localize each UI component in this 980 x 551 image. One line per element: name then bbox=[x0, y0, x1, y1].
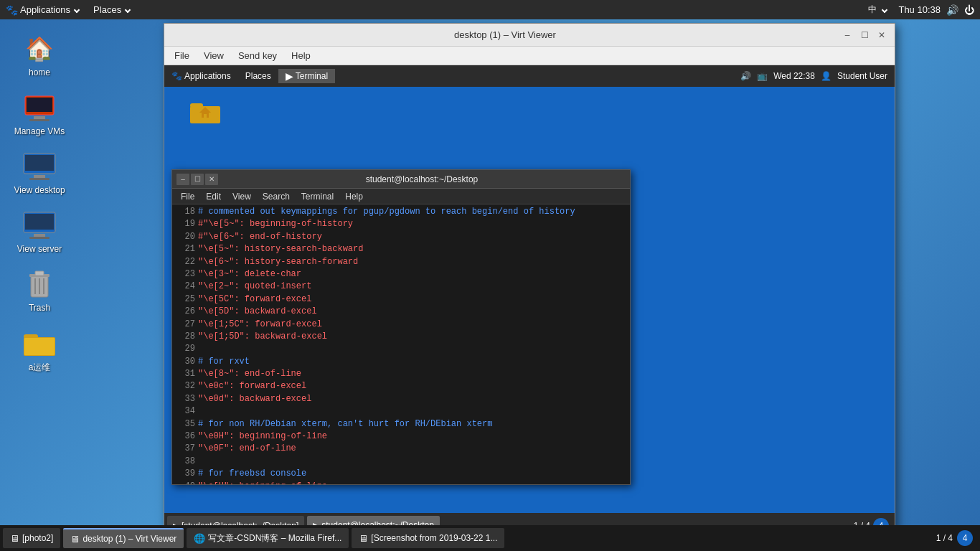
desktop-icons-container: 🏠 home Manage VMs View desktop bbox=[11, 29, 68, 377]
applications-label: Applications bbox=[20, 4, 70, 15]
term-line: 22"\e[6~": history-search-forward bbox=[175, 256, 627, 268]
vm-screen-icon: 📺 bbox=[757, 71, 768, 81]
term-menu-search[interactable]: Search bbox=[257, 191, 296, 202]
top-bar-left: 🐾 Applications Places bbox=[0, 3, 136, 17]
virt-close-button[interactable]: ✕ bbox=[875, 28, 889, 42]
bottom-task-virt-viewer[interactable]: 🖥 desktop (1) – Virt Viewer bbox=[63, 528, 184, 548]
virt-menu-view[interactable]: View bbox=[197, 49, 231, 62]
bottom-task-photo2[interactable]: 🖥 [photo2] bbox=[3, 528, 60, 548]
svg-rect-9 bbox=[25, 214, 54, 230]
virt-minimize-button[interactable]: – bbox=[840, 28, 854, 42]
vm-time: Wed 22:38 bbox=[773, 71, 815, 81]
term-line: 38 bbox=[175, 456, 627, 468]
term-line: 31"\e[8~": end-of-line bbox=[175, 368, 627, 380]
desktop-icon-view-desktop[interactable]: View desktop bbox=[11, 146, 68, 198]
term-menu-view[interactable]: View bbox=[227, 191, 257, 202]
virt-window-controls: – ☐ ✕ bbox=[840, 28, 889, 42]
virt-menu-file[interactable]: File bbox=[167, 49, 197, 62]
ime-chevron-icon bbox=[882, 6, 887, 12]
vm-places-label: Places bbox=[245, 71, 271, 81]
svg-rect-6 bbox=[34, 175, 45, 178]
view-desktop-label: View desktop bbox=[14, 185, 65, 195]
trash-label: Trash bbox=[29, 303, 50, 313]
vm-places-menu[interactable]: Places bbox=[238, 70, 278, 83]
svg-rect-7 bbox=[29, 178, 50, 180]
term-line: 21"\e[5~": history-search-backward bbox=[175, 243, 627, 255]
term-line: 40"\e[H": beginning-of-line bbox=[175, 481, 627, 484]
apps-icon: 🐾 bbox=[6, 4, 18, 16]
term-line: 39# for freebsd console bbox=[175, 468, 627, 480]
term-menu-edit[interactable]: Edit bbox=[200, 191, 227, 202]
virt-menu-help[interactable]: Help bbox=[284, 49, 318, 62]
term-line: 19#"\e[5~": beginning-of-history bbox=[175, 218, 627, 230]
term-line: 18# commented out keymappings for pgup/p… bbox=[175, 206, 627, 218]
vm-applications-label: Applications bbox=[184, 71, 231, 81]
term-line: 27"\e[1;5C": forward-excel bbox=[175, 319, 627, 331]
vm-terminal-tab[interactable]: ▶ Terminal bbox=[278, 69, 335, 83]
term-menu-bar: File Edit View Search Terminal Help bbox=[172, 189, 630, 204]
term-close-button[interactable]: ✕ bbox=[205, 174, 218, 185]
photo2-icon: 🖥 bbox=[10, 533, 19, 544]
bottom-taskbar: 🖥 [photo2] 🖥 desktop (1) – Virt Viewer 🌐… bbox=[0, 525, 980, 551]
term-line: 37"\e0F": end-of-line bbox=[175, 443, 627, 455]
term-line: 32"\e0c": forward-excel bbox=[175, 380, 627, 392]
virt-menu-bar: File View Send key Help bbox=[164, 47, 895, 65]
view-desktop-icon bbox=[22, 149, 57, 184]
virt-menu-sendkey[interactable]: Send key bbox=[231, 49, 284, 62]
term-title: student@localhost:~/Desktop bbox=[218, 174, 626, 184]
desktop-icon-a-maintenance[interactable]: a运维 bbox=[11, 323, 68, 377]
view-server-icon bbox=[22, 208, 57, 242]
term-menu-help[interactable]: Help bbox=[339, 191, 369, 202]
svg-rect-14 bbox=[35, 271, 44, 276]
svg-rect-20 bbox=[24, 338, 55, 355]
term-content[interactable]: 18# commented out keymappings for pgup/p… bbox=[172, 204, 630, 484]
clock: Thu 10:38 bbox=[898, 4, 941, 15]
screenshot-task-icon: 🖥 bbox=[359, 533, 368, 544]
bottom-task-firefox[interactable]: 🌐 写文章-CSDN博客 – Mozilla Firef... bbox=[187, 528, 349, 548]
virt-viewer-task-icon: 🖥 bbox=[70, 534, 80, 545]
desktop-icon-manage-vms[interactable]: Manage VMs bbox=[11, 88, 68, 139]
vm-terminal-label: Terminal bbox=[296, 71, 328, 81]
top-system-bar: 🐾 Applications Places 中 Thu 10:38 🔊 ⏻ bbox=[0, 0, 980, 19]
term-line: 36"\e0H": beginning-of-line bbox=[175, 430, 627, 443]
vm-apps-icon: 🐾 bbox=[171, 71, 182, 81]
vm-top-left: 🐾 Applications Places ▶ Terminal bbox=[164, 69, 335, 83]
ime-icon: 中 bbox=[868, 4, 877, 16]
desktop-icon-view-server[interactable]: View server bbox=[11, 205, 68, 257]
manage-vms-label: Manage VMs bbox=[14, 126, 65, 136]
places-label: Places bbox=[93, 4, 121, 15]
virt-title: desktop (1) – Virt Viewer bbox=[170, 29, 840, 40]
photo2-label: [photo2] bbox=[22, 533, 53, 543]
term-menu-terminal[interactable]: Terminal bbox=[296, 191, 339, 202]
bottom-task-screenshot[interactable]: 🖥 [Screenshot from 2019-03-22 1... bbox=[352, 528, 504, 548]
svg-rect-5 bbox=[25, 155, 54, 171]
vm-applications-menu[interactable]: 🐾 Applications bbox=[164, 70, 238, 83]
power-icon[interactable]: ⏻ bbox=[964, 4, 974, 16]
term-restore-button[interactable]: ☐ bbox=[191, 174, 204, 185]
svg-rect-22 bbox=[190, 103, 203, 108]
virt-title-bar: desktop (1) – Virt Viewer – ☐ ✕ bbox=[164, 24, 895, 47]
bottom-pager-badge: 4 bbox=[957, 530, 973, 546]
places-menu[interactable]: Places bbox=[88, 3, 136, 17]
bottom-pager-text: 1 / 4 bbox=[936, 533, 953, 543]
term-line: 33"\e0d": backward-excel bbox=[175, 393, 627, 405]
vm-terminal-icon: ▶ bbox=[286, 70, 293, 82]
desktop-icon-home[interactable]: 🏠 home bbox=[11, 29, 68, 80]
apps-chevron-icon bbox=[74, 6, 80, 12]
applications-menu[interactable]: 🐾 Applications bbox=[0, 3, 85, 17]
term-line: 20#"\e[6~": end-of-history bbox=[175, 231, 627, 243]
term-minimize-button[interactable]: – bbox=[176, 174, 189, 185]
manage-vms-icon bbox=[22, 90, 57, 125]
vm-home-folder[interactable] bbox=[189, 98, 221, 125]
a-maintenance-label: a运维 bbox=[29, 362, 51, 374]
virt-maximize-button[interactable]: ☐ bbox=[857, 28, 872, 42]
firefox-task-label: 写文章-CSDN博客 – Mozilla Firef... bbox=[208, 532, 341, 545]
term-line: 35# for non RH/Debian xterm, can't hurt … bbox=[175, 418, 627, 430]
desktop-icon-trash[interactable]: Trash bbox=[11, 264, 68, 316]
vm-user-label: Student User bbox=[837, 71, 887, 81]
a-maintenance-folder-icon bbox=[22, 326, 57, 360]
bottom-pager: 1 / 4 4 bbox=[936, 530, 977, 546]
term-line: 29 bbox=[175, 343, 627, 355]
term-menu-file[interactable]: File bbox=[175, 191, 200, 202]
term-line: 34 bbox=[175, 405, 627, 418]
